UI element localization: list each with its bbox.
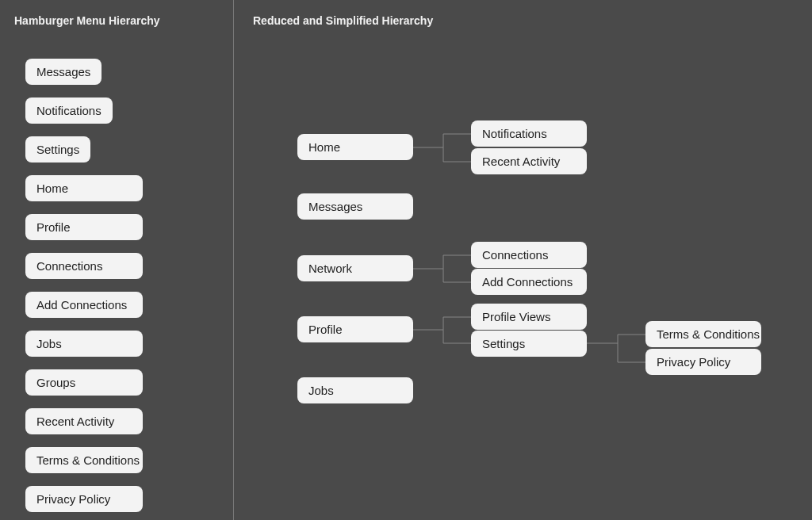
tree-node-recent-activity: Recent Activity — [471, 148, 587, 174]
panel-title-left: Hamburger Menu Hierarchy — [14, 14, 233, 27]
list-item: Privacy Policy — [25, 486, 143, 512]
tree-node-messages: Messages — [297, 193, 413, 220]
list-item: Jobs — [25, 331, 143, 357]
list-item: Connections — [25, 253, 143, 279]
tree-node-add-connections: Add Connections — [471, 269, 587, 295]
panel-reduced-hierarchy: Reduced and Simplified Hierarchy — [234, 0, 812, 520]
tree-node-network: Network — [297, 255, 413, 281]
tree-diagram: Home Messages Network Profile Jobs Notif… — [253, 59, 812, 503]
list-item: Profile — [25, 214, 143, 240]
panel-hamburger-hierarchy: Hamburger Menu Hierarchy Messages Notifi… — [0, 0, 234, 520]
list-item: Recent Activity — [25, 408, 143, 434]
list-item: Notifications — [25, 98, 113, 124]
tree-node-settings: Settings — [471, 331, 587, 357]
list-item: Home — [25, 175, 143, 201]
tree-node-terms: Terms & Conditions — [645, 321, 761, 347]
tree-node-profile-views: Profile Views — [471, 304, 587, 330]
list-item: Add Connections — [25, 292, 143, 318]
tree-node-profile: Profile — [297, 316, 413, 342]
tree-node-jobs: Jobs — [297, 377, 413, 403]
list-item: Settings — [25, 136, 90, 162]
tree-node-home: Home — [297, 134, 413, 160]
panel-title-right: Reduced and Simplified Hierarchy — [253, 14, 812, 27]
list-item: Terms & Conditions — [25, 447, 143, 473]
tree-node-privacy: Privacy Policy — [645, 349, 761, 375]
tree-node-notifications: Notifications — [471, 120, 587, 147]
tree-node-connections: Connections — [471, 242, 587, 268]
list-item: Messages — [25, 59, 102, 85]
list-item: Groups — [25, 369, 143, 396]
flat-menu-list: Messages Notifications Settings Home Pro… — [14, 59, 233, 512]
